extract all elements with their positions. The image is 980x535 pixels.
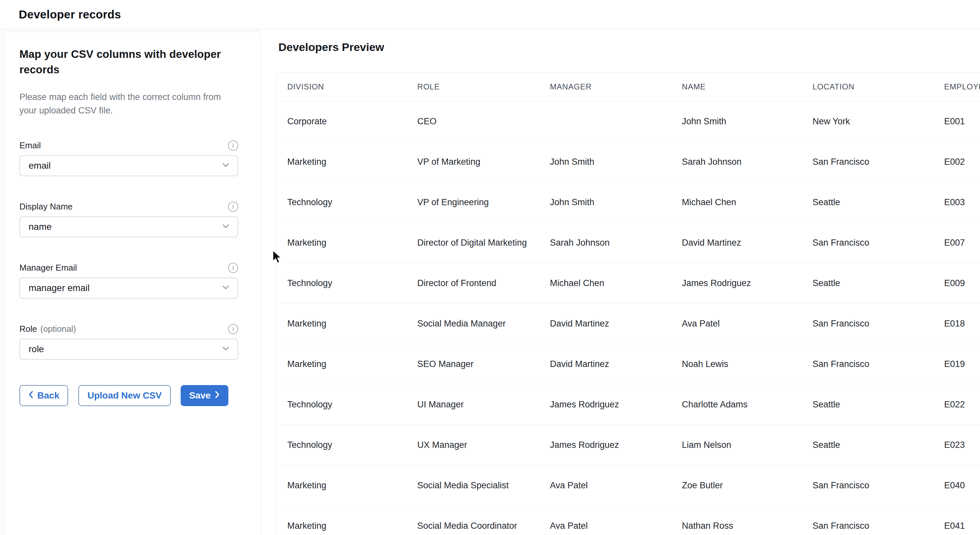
table-cell: Technology <box>277 384 407 425</box>
role-select[interactable]: role <box>19 339 238 360</box>
table-cell: E019 <box>934 344 980 384</box>
mapping-description: Please map each field with the correct c… <box>19 90 223 117</box>
table-cell: E022 <box>934 384 980 425</box>
table-cell: New York <box>802 101 934 142</box>
table-body: CorporateCEOJohn SmithNew YorkE001Market… <box>277 101 980 535</box>
table-cell: Michael Chen <box>671 182 802 222</box>
info-icon[interactable]: i <box>228 324 238 334</box>
chevron-down-icon <box>222 224 230 230</box>
table-cell: James Rodriguez <box>539 384 671 425</box>
table-cell: San Francisco <box>802 465 934 506</box>
table-row: MarketingSocial Media SpecialistAva Pate… <box>277 465 980 506</box>
email-field-group: Email i email <box>19 140 238 176</box>
table-header-row: DIVISION ROLE MANAGER NAME LOCATION EMPL… <box>277 73 980 101</box>
table-cell: Zoe Butler <box>671 465 802 506</box>
table-cell: Seattle <box>802 263 934 303</box>
table-cell: James Rodriguez <box>671 263 802 303</box>
email-select-value: email <box>29 160 222 171</box>
chevron-down-icon <box>222 346 230 352</box>
table-cell: Liam Nelson <box>671 425 802 465</box>
table-cell: Marketing <box>277 506 407 535</box>
table-cell: Social Media Specialist <box>407 465 539 506</box>
table-cell: VP of Marketing <box>407 142 539 182</box>
table-row: TechnologyVP of EngineeringJohn SmithMic… <box>277 182 980 222</box>
table-row: TechnologyUI ManagerJames RodriguezCharl… <box>277 384 980 425</box>
info-icon[interactable]: i <box>228 140 238 151</box>
table-cell: San Francisco <box>802 344 934 384</box>
table-cell: Noah Lewis <box>671 344 802 384</box>
developers-table-card: DIVISION ROLE MANAGER NAME LOCATION EMPL… <box>277 72 980 535</box>
table-cell: UI Manager <box>407 384 539 425</box>
column-header-manager: MANAGER <box>539 73 671 101</box>
table-cell: Director of Digital Marketing <box>407 222 539 263</box>
table-cell: David Martinez <box>539 303 671 344</box>
email-select[interactable]: email <box>19 155 238 176</box>
table-row: MarketingDirector of Digital MarketingSa… <box>277 222 980 263</box>
table-cell: Ava Patel <box>539 465 671 506</box>
content-area: Map your CSV columns with developer reco… <box>0 29 980 535</box>
role-field-group: Role (optional) i role <box>19 324 238 360</box>
table-cell: Nathan Ross <box>671 506 802 535</box>
table-header: DIVISION ROLE MANAGER NAME LOCATION EMPL… <box>277 73 980 101</box>
table-cell: Seattle <box>802 182 934 222</box>
back-button-label: Back <box>38 390 60 401</box>
table-cell: Social Media Manager <box>407 303 539 344</box>
action-button-row: Back Upload New CSV Save <box>19 385 261 406</box>
table-cell: Marketing <box>277 344 407 384</box>
mapping-heading: Map your CSV columns with developer reco… <box>19 46 230 77</box>
table-cell: San Francisco <box>802 142 934 182</box>
table-cell: E003 <box>934 182 980 222</box>
table-cell: Seattle <box>802 384 934 425</box>
table-cell: Marketing <box>277 465 407 506</box>
email-label: Email <box>19 140 41 151</box>
display-name-select[interactable]: name <box>19 216 238 237</box>
back-button[interactable]: Back <box>19 385 68 406</box>
table-row: MarketingSEO ManagerDavid MartinezNoah L… <box>277 344 980 384</box>
table-cell: Director of Frontend <box>407 263 539 303</box>
table-cell: Social Media Coordinator <box>407 506 539 535</box>
table-cell: Ava Patel <box>671 303 802 344</box>
table-cell: John Smith <box>539 182 671 222</box>
preview-heading: Developers Preview <box>278 41 384 54</box>
column-header-division: DIVISION <box>277 73 407 101</box>
column-header-role: ROLE <box>407 73 539 101</box>
table-cell: John Smith <box>539 142 671 182</box>
table-cell: E018 <box>934 303 980 344</box>
table-cell: E009 <box>934 263 980 303</box>
developers-preview-panel: Developers Preview DIVISION ROLE MANAGER… <box>261 29 980 535</box>
table-cell: VP of Engineering <box>407 182 539 222</box>
info-icon[interactable]: i <box>228 263 238 273</box>
save-button-label: Save <box>189 390 211 401</box>
table-cell: E001 <box>934 101 980 142</box>
table-cell: E007 <box>934 222 980 263</box>
table-cell: E041 <box>934 506 980 535</box>
table-cell: UX Manager <box>407 425 539 465</box>
manager-email-select-value: manager email <box>29 283 222 293</box>
save-button[interactable]: Save <box>181 385 228 406</box>
table-cell: Marketing <box>277 303 407 344</box>
manager-email-field-group: Manager Email i manager email <box>19 263 238 298</box>
table-cell <box>539 101 671 142</box>
table-cell: San Francisco <box>802 303 934 344</box>
table-cell: Corporate <box>277 101 407 142</box>
table-row: TechnologyUX ManagerJames RodriguezLiam … <box>277 425 980 465</box>
display-name-field-group: Display Name i name <box>19 202 238 237</box>
upload-button-label: Upload New CSV <box>88 390 162 401</box>
table-cell: Michael Chen <box>539 263 671 303</box>
csv-mapping-panel: Map your CSV columns with developer reco… <box>5 32 261 535</box>
manager-email-select[interactable]: manager email <box>19 278 238 298</box>
role-label: Role <box>19 324 37 334</box>
table-cell: SEO Manager <box>407 344 539 384</box>
info-icon[interactable]: i <box>228 202 238 212</box>
table-cell: Sarah Johnson <box>539 222 671 263</box>
table-cell: E002 <box>934 142 980 182</box>
column-header-name: NAME <box>671 73 802 101</box>
chevron-down-icon <box>222 162 230 169</box>
table-cell: David Martinez <box>539 344 671 384</box>
role-optional-tag: (optional) <box>40 324 76 334</box>
table-cell: Ava Patel <box>539 506 671 535</box>
upload-new-csv-button[interactable]: Upload New CSV <box>78 385 171 406</box>
table-cell: James Rodriguez <box>539 425 671 465</box>
table-row: MarketingSocial Media ManagerDavid Marti… <box>277 303 980 344</box>
table-cell: E040 <box>934 465 980 506</box>
